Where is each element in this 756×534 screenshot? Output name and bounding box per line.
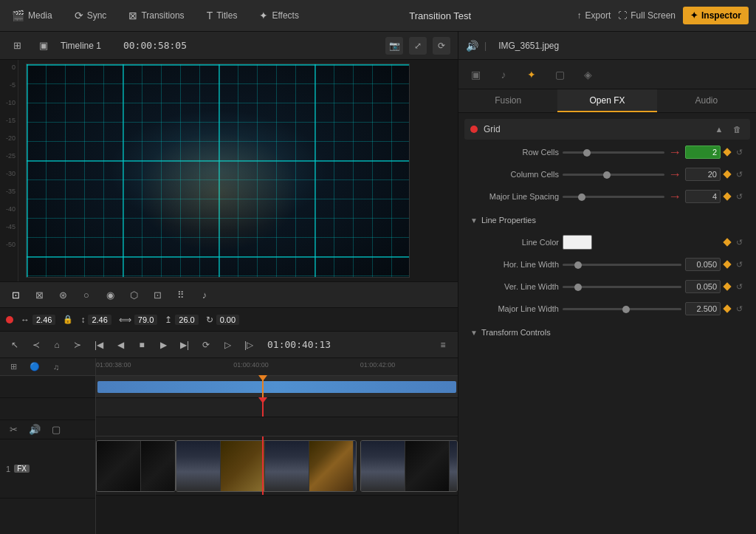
grid-view-icon[interactable]: ⊞ (7, 36, 27, 55)
clip-1[interactable] (96, 440, 176, 492)
line-color-diamond[interactable] (723, 238, 731, 246)
volume-icon[interactable]: 🔊 (466, 40, 478, 52)
row-cells-reset[interactable]: ↺ (734, 147, 744, 157)
val5-display[interactable]: 0.00 (216, 315, 239, 325)
major-line-width-value[interactable]: 2.500 (685, 302, 721, 315)
menu-media[interactable]: 🎬 Media (7, 7, 57, 24)
menu-effects[interactable]: ✦ Effects (255, 7, 303, 24)
ver-line-width-thumb[interactable] (574, 284, 582, 291)
clips-track[interactable] (96, 437, 458, 496)
hor-line-width-reset[interactable]: ↺ (734, 259, 744, 270)
ver-line-width-slider[interactable] (563, 286, 681, 288)
val2-display[interactable]: 2.46 (88, 315, 111, 325)
fusion-tab[interactable]: Fusion (458, 89, 557, 112)
stop-btn[interactable]: ■ (133, 336, 151, 354)
speedometer-icon[interactable]: ◉ (100, 285, 120, 304)
cube-icon[interactable]: ⬡ (124, 285, 143, 304)
major-line-width-diamond[interactable] (723, 304, 731, 312)
column-cells-thumb[interactable] (603, 171, 611, 179)
tab-effects-icon[interactable]: ✦ (518, 64, 545, 86)
major-line-spacing-reset[interactable]: ↺ (734, 191, 744, 202)
major-line-width-reset[interactable]: ↺ (734, 304, 744, 314)
timeline-pointer-tool[interactable]: ↖ (6, 336, 24, 354)
column-cells-reset[interactable]: ↺ (734, 169, 744, 179)
grid-tool-icon[interactable]: ⠿ (171, 285, 190, 304)
val1-display[interactable]: 2.46 (32, 315, 55, 325)
column-cells-slider[interactable] (563, 174, 664, 176)
preview-canvas[interactable] (26, 64, 410, 278)
circle-tool-icon[interactable]: ○ (77, 285, 96, 304)
major-line-spacing-thumb[interactable] (578, 194, 585, 201)
transitions-label: Transitions (141, 10, 184, 21)
audio-tab[interactable]: Audio (657, 89, 756, 112)
track-audio-icon[interactable]: ♫ (47, 358, 66, 377)
snap-icon[interactable]: ⊞ (4, 358, 23, 377)
row-cells-thumb[interactable] (583, 149, 591, 157)
major-line-spacing-diamond[interactable] (723, 192, 731, 200)
line-properties-header[interactable]: ▼ Line Properties (464, 210, 750, 230)
play-btn[interactable]: ▶ (154, 336, 172, 354)
tab-color-icon[interactable]: ◈ (574, 64, 601, 86)
grid-section-header[interactable]: Grid ▲ 🗑 (464, 119, 750, 140)
loop-icon[interactable]: ⟳ (433, 37, 450, 55)
music-icon[interactable]: ♪ (195, 285, 214, 304)
column-cells-value[interactable]: 20 (685, 168, 721, 181)
loop-tl-btn[interactable]: ⟳ (197, 336, 215, 354)
hor-line-width-slider[interactable] (563, 264, 681, 266)
section-delete-btn[interactable]: 🗑 (729, 122, 744, 137)
skip-back-btn[interactable]: |◀ (90, 336, 108, 354)
major-line-spacing-value[interactable]: 4 (685, 190, 721, 203)
ver-line-width-value[interactable]: 0.050 (685, 280, 721, 293)
major-line-width-thumb[interactable] (622, 306, 630, 313)
timeline-menu-btn[interactable]: ≡ (434, 336, 452, 354)
menu-titles[interactable]: T Titles (202, 7, 242, 24)
column-cells-diamond[interactable] (723, 170, 731, 178)
monitor-icon[interactable]: ▢ (47, 420, 66, 439)
nav-home-icon[interactable]: ⌂ (48, 336, 66, 354)
section-up-btn[interactable]: ▲ (712, 122, 726, 137)
track-link-icon[interactable]: 🔵 (25, 358, 44, 377)
stabilize-icon[interactable]: ⊛ (53, 285, 72, 304)
hor-line-width-diamond[interactable] (723, 260, 731, 268)
major-line-width-slider[interactable] (563, 308, 681, 310)
hor-line-width-thumb[interactable] (574, 261, 582, 269)
play-in-btn[interactable]: ▷ (219, 336, 236, 354)
ver-line-width-diamond[interactable] (723, 282, 731, 290)
menu-transitions[interactable]: ⊠ Transitions (124, 7, 188, 24)
crop-tool-icon[interactable]: ⊡ (6, 285, 25, 304)
row-cells-value[interactable]: 2 (685, 146, 721, 159)
tab-screen-icon[interactable]: ▢ (546, 64, 573, 86)
fullscreen-button[interactable]: ⛶ Full Screen (618, 10, 676, 21)
major-line-spacing-slider[interactable] (563, 196, 664, 198)
hor-line-width-value[interactable]: 0.050 (685, 258, 721, 271)
val4-display[interactable]: 26.0 (175, 315, 198, 325)
export-button[interactable]: ↑ Export (577, 10, 611, 21)
val3-display[interactable]: 79.0 (134, 315, 157, 325)
row-cells-slider[interactable] (563, 151, 664, 154)
tab-video-icon[interactable]: ▣ (462, 64, 489, 86)
line-color-swatch[interactable] (563, 235, 592, 250)
inspector-label: Inspector (701, 10, 741, 21)
camera-icon[interactable]: 📷 (385, 37, 403, 55)
row-cells-diamond[interactable] (723, 148, 731, 156)
transform-controls-header[interactable]: ▼ Transform Controls (464, 323, 750, 342)
nav-left-icon[interactable]: ≺ (27, 336, 45, 354)
clip-2[interactable] (176, 440, 357, 492)
nav-right-icon[interactable]: ≻ (69, 336, 86, 354)
open-fx-tab[interactable]: Open FX (557, 89, 656, 112)
skip-fwd-btn[interactable]: ▶| (176, 336, 193, 354)
tab-music-icon[interactable]: ♪ (490, 64, 517, 86)
play-out-btn[interactable]: |▷ (240, 336, 258, 354)
clip-3[interactable] (360, 440, 458, 492)
audio-monitor[interactable]: 🔊 (25, 420, 44, 439)
step-back-btn[interactable]: ◀ (111, 336, 129, 354)
razor-tool[interactable]: ✂ (4, 420, 23, 439)
transform-icon[interactable]: ⤢ (409, 37, 427, 55)
menu-sync[interactable]: ⟳ Sync (70, 7, 111, 24)
single-view-icon[interactable]: ▣ (34, 36, 53, 55)
frame-icon[interactable]: ⊡ (148, 285, 167, 304)
line-color-reset[interactable]: ↺ (734, 237, 744, 247)
inspector-button[interactable]: ✦ Inspector (683, 7, 749, 24)
transform-tool-icon[interactable]: ⊠ (30, 285, 49, 304)
ver-line-width-reset[interactable]: ↺ (734, 281, 744, 292)
